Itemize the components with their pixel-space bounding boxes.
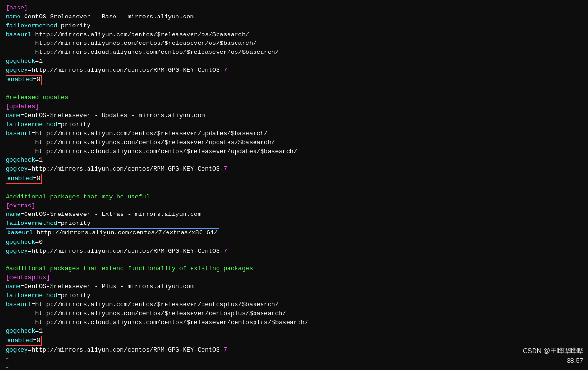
updates-failover: failovermethod=priority xyxy=(6,120,582,129)
centosplus-name: name=CentOS-$releasever - Plus - mirrors… xyxy=(6,283,582,292)
base-baseurl-2: http://mirrors.aliyuncs.com/centos/$rele… xyxy=(6,39,582,48)
base-enabled: enabled=0 xyxy=(6,75,582,85)
extras-failover: failovermethod=priority xyxy=(6,219,582,228)
watermark-number: 38.57 xyxy=(523,356,583,365)
watermark-text: CSDN @王哗哗哗哗 xyxy=(523,346,583,355)
centosplus-enabled: enabled=0 xyxy=(6,336,582,346)
base-name: name=CentOS-$releasever - Base - mirrors… xyxy=(6,13,582,22)
extras-name: name=CentOS-$releasever - Extras - mirro… xyxy=(6,210,582,219)
centosplus-comment: #additional packages that extend functio… xyxy=(6,265,582,274)
updates-comment: #released updates xyxy=(6,94,582,103)
base-header: [base] xyxy=(6,4,582,13)
centosplus-gpgkey: gpgkey=http://mirrors.aliyun.com/centos/… xyxy=(6,346,582,355)
base-gpgkey: gpgkey=http://mirrors.aliyun.com/centos/… xyxy=(6,66,582,75)
updates-name: name=CentOS-$releasever - Updates - mirr… xyxy=(6,112,582,120)
extras-gpgkey: gpgkey=http://mirrors.aliyun.com/centos/… xyxy=(6,247,582,256)
terminal: [base] name=CentOS-$releasever - Base - … xyxy=(0,0,588,370)
watermark: CSDN @王哗哗哗哗 38.57 xyxy=(523,346,583,365)
updates-baseurl: baseurl=http://mirrors.aliyun.com/centos… xyxy=(6,129,582,138)
tilde-2: ~ xyxy=(6,364,582,370)
updates-baseurl-2: http://mirrors.aliyuncs.com/centos/$rele… xyxy=(6,138,582,147)
extras-spacer xyxy=(6,256,582,265)
updates-gpgkey: gpgkey=http://mirrors.aliyun.com/centos/… xyxy=(6,165,582,174)
base-baseurl: baseurl=http://mirrors.aliyun.com/centos… xyxy=(6,31,582,40)
base-spacer xyxy=(6,85,582,94)
extras-baseurl: baseurl=http://mirrors.aliyun.com/centos… xyxy=(6,228,582,238)
extras-gpgcheck: gpgcheck=0 xyxy=(6,238,582,247)
updates-enabled: enabled=0 xyxy=(6,174,582,184)
base-failover: failovermethod=priority xyxy=(6,22,582,31)
centosplus-baseurl-3: http://mirrors.cloud.aliyuncs.com/centos… xyxy=(6,318,582,327)
centosplus-failover: failovermethod=priority xyxy=(6,292,582,301)
centosplus-baseurl-2: http://mirrors.aliyuncs.com/centos/$rele… xyxy=(6,310,582,318)
updates-header: [updates] xyxy=(6,103,582,112)
centosplus-gpgcheck: gpgcheck=1 xyxy=(6,327,582,336)
base-gpgcheck: gpgcheck=1 xyxy=(6,57,582,66)
updates-spacer xyxy=(6,184,582,193)
base-baseurl-3: http://mirrors.cloud.aliyuncs.com/centos… xyxy=(6,48,582,57)
centosplus-baseurl: baseurl=http://mirrors.aliyun.com/centos… xyxy=(6,301,582,310)
extras-header: [extras] xyxy=(6,202,582,211)
updates-baseurl-3: http://mirrors.cloud.aliyuncs.com/centos… xyxy=(6,147,582,156)
tilde-1: ~ xyxy=(6,355,582,364)
updates-gpgcheck: gpgcheck=1 xyxy=(6,156,582,165)
extras-comment: #additional packages that may be useful xyxy=(6,193,582,202)
centosplus-header: [centosplus] xyxy=(6,274,582,283)
